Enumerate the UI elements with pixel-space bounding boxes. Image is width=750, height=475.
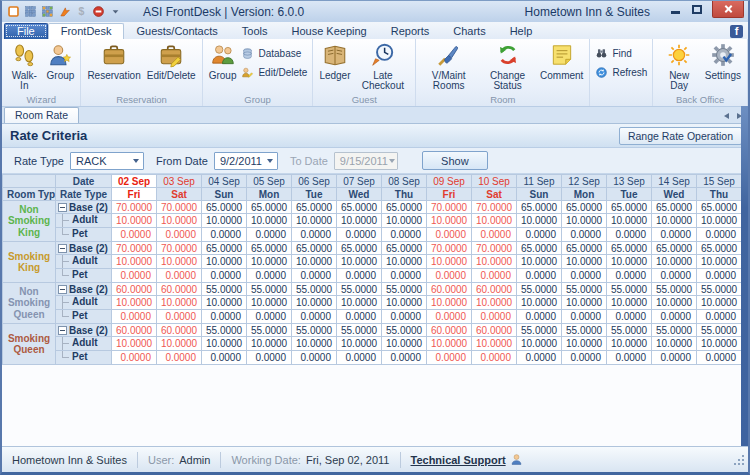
rate-value-cell[interactable]: 0.0000 bbox=[607, 228, 652, 242]
rate-value-cell[interactable]: 0.0000 bbox=[247, 310, 292, 324]
facebook-icon[interactable]: f bbox=[730, 25, 743, 38]
rate-value-cell[interactable]: 65.0000 bbox=[562, 201, 607, 214]
database-button[interactable]: Database bbox=[241, 47, 307, 60]
rate-value-cell[interactable]: 0.0000 bbox=[697, 351, 742, 365]
flame-icon[interactable] bbox=[57, 4, 72, 19]
edit-delete-button[interactable]: Edit/Delete bbox=[144, 41, 199, 82]
rate-value-cell[interactable]: 55.0000 bbox=[382, 324, 427, 337]
rate-value-cell[interactable]: 70.0000 bbox=[157, 242, 202, 255]
late-checkout-button[interactable]: Late Checkout bbox=[354, 41, 413, 93]
rate-value-cell[interactable]: 55.0000 bbox=[247, 283, 292, 296]
rate-value-cell[interactable]: 55.0000 bbox=[607, 324, 652, 337]
rate-value-cell[interactable]: 0.0000 bbox=[202, 269, 247, 283]
rate-value-cell[interactable]: 0.0000 bbox=[697, 310, 742, 324]
rate-value-cell[interactable]: 0.0000 bbox=[652, 228, 697, 242]
rate-value-cell[interactable]: 0.0000 bbox=[292, 228, 337, 242]
rate-value-cell[interactable]: 70.0000 bbox=[112, 242, 157, 255]
dollar-icon[interactable]: $ bbox=[74, 4, 89, 19]
rate-value-cell[interactable]: 10.0000 bbox=[472, 296, 517, 310]
new-day-button[interactable]: New Day bbox=[656, 41, 701, 93]
change-status-button[interactable]: Change Status bbox=[478, 41, 537, 93]
rate-value-cell[interactable]: 10.0000 bbox=[112, 255, 157, 269]
rate-value-cell[interactable]: 0.0000 bbox=[202, 310, 247, 324]
rate-value-cell[interactable]: 10.0000 bbox=[202, 337, 247, 351]
rate-value-cell[interactable]: 65.0000 bbox=[652, 201, 697, 214]
rate-value-cell[interactable]: 10.0000 bbox=[292, 214, 337, 228]
rate-value-cell[interactable]: 10.0000 bbox=[562, 337, 607, 351]
rate-value-cell[interactable]: 55.0000 bbox=[607, 283, 652, 296]
rate-value-cell[interactable]: 10.0000 bbox=[427, 255, 472, 269]
rate-value-cell[interactable]: 10.0000 bbox=[652, 337, 697, 351]
date-header[interactable]: 15 Sep bbox=[697, 175, 742, 188]
rate-value-cell[interactable]: 65.0000 bbox=[607, 201, 652, 214]
rate-value-cell[interactable]: 10.0000 bbox=[652, 296, 697, 310]
rate-value-cell[interactable]: 65.0000 bbox=[292, 201, 337, 214]
rate-value-cell[interactable]: 10.0000 bbox=[607, 214, 652, 228]
rate-value-cell[interactable]: 10.0000 bbox=[562, 296, 607, 310]
rate-value-cell[interactable]: 65.0000 bbox=[697, 201, 742, 214]
rate-value-cell[interactable]: 0.0000 bbox=[652, 351, 697, 365]
rate-value-cell[interactable]: 10.0000 bbox=[382, 255, 427, 269]
rate-value-cell[interactable]: 0.0000 bbox=[427, 351, 472, 365]
rate-value-cell[interactable]: 10.0000 bbox=[697, 296, 742, 310]
rate-value-cell[interactable]: 0.0000 bbox=[337, 228, 382, 242]
rate-value-cell[interactable]: 55.0000 bbox=[517, 283, 562, 296]
rate-value-cell[interactable]: 60.0000 bbox=[427, 283, 472, 296]
rate-value-cell[interactable]: 0.0000 bbox=[337, 310, 382, 324]
menu-tab-tools[interactable]: Tools bbox=[230, 24, 280, 39]
rate-value-cell[interactable]: 10.0000 bbox=[472, 337, 517, 351]
group-button[interactable]: Group bbox=[44, 41, 78, 82]
rate-value-cell[interactable]: 0.0000 bbox=[517, 269, 562, 283]
rate-value-cell[interactable]: 0.0000 bbox=[382, 351, 427, 365]
rate-value-cell[interactable]: 10.0000 bbox=[517, 255, 562, 269]
rate-value-cell[interactable]: 0.0000 bbox=[202, 351, 247, 365]
menu-tab-frontdesk[interactable]: FrontDesk bbox=[48, 23, 125, 39]
rate-type-cell[interactable]: Adult bbox=[56, 214, 112, 228]
date-header[interactable]: 14 Sep bbox=[652, 175, 697, 188]
rate-value-cell[interactable]: 0.0000 bbox=[337, 351, 382, 365]
rate-value-cell[interactable]: 0.0000 bbox=[652, 310, 697, 324]
rate-type-cell[interactable]: Pet bbox=[56, 351, 112, 365]
rate-value-cell[interactable]: 70.0000 bbox=[472, 201, 517, 214]
rate-value-cell[interactable]: 0.0000 bbox=[157, 269, 202, 283]
rate-value-cell[interactable]: 10.0000 bbox=[337, 296, 382, 310]
rate-value-cell[interactable]: 55.0000 bbox=[697, 324, 742, 337]
date-header[interactable]: 07 Sep bbox=[337, 175, 382, 188]
rate-value-cell[interactable]: 0.0000 bbox=[562, 310, 607, 324]
rate-value-cell[interactable]: 0.0000 bbox=[472, 351, 517, 365]
rate-value-cell[interactable]: 10.0000 bbox=[472, 214, 517, 228]
rate-value-cell[interactable]: 65.0000 bbox=[382, 242, 427, 255]
rate-value-cell[interactable]: 0.0000 bbox=[562, 269, 607, 283]
rate-value-cell[interactable]: 0.0000 bbox=[472, 269, 517, 283]
close-button[interactable] bbox=[712, 1, 744, 18]
rate-value-cell[interactable]: 10.0000 bbox=[562, 214, 607, 228]
rate-value-cell[interactable]: 10.0000 bbox=[292, 337, 337, 351]
range-rate-operation-button[interactable]: Range Rate Operation bbox=[619, 127, 742, 145]
rate-value-cell[interactable]: 0.0000 bbox=[112, 351, 157, 365]
rate-value-cell[interactable]: 55.0000 bbox=[247, 324, 292, 337]
rate-value-cell[interactable]: 0.0000 bbox=[472, 228, 517, 242]
rate-value-cell[interactable]: 60.0000 bbox=[112, 283, 157, 296]
rate-value-cell[interactable]: 60.0000 bbox=[157, 324, 202, 337]
rate-value-cell[interactable]: 55.0000 bbox=[202, 283, 247, 296]
rate-value-cell[interactable]: 0.0000 bbox=[157, 228, 202, 242]
rate-value-cell[interactable]: 0.0000 bbox=[607, 351, 652, 365]
rate-value-cell[interactable]: 60.0000 bbox=[472, 283, 517, 296]
date-header[interactable]: 13 Sep bbox=[607, 175, 652, 188]
rate-value-cell[interactable]: 0.0000 bbox=[382, 269, 427, 283]
rate-value-cell[interactable]: 10.0000 bbox=[337, 214, 382, 228]
rate-value-cell[interactable]: 0.0000 bbox=[292, 310, 337, 324]
rate-value-cell[interactable]: 10.0000 bbox=[517, 214, 562, 228]
rate-value-cell[interactable]: 0.0000 bbox=[607, 310, 652, 324]
rate-value-cell[interactable]: 65.0000 bbox=[382, 201, 427, 214]
settings-button[interactable]: Settings bbox=[702, 41, 744, 82]
rate-value-cell[interactable]: 70.0000 bbox=[112, 201, 157, 214]
rate-type-cell[interactable]: Pet bbox=[56, 310, 112, 324]
collapse-icon[interactable] bbox=[58, 203, 67, 212]
rate-value-cell[interactable]: 10.0000 bbox=[112, 214, 157, 228]
rate-value-cell[interactable]: 10.0000 bbox=[382, 296, 427, 310]
rate-value-cell[interactable]: 10.0000 bbox=[517, 296, 562, 310]
rate-type-select[interactable]: RACK bbox=[70, 152, 144, 170]
rate-value-cell[interactable]: 10.0000 bbox=[652, 255, 697, 269]
find-button[interactable]: Find bbox=[595, 47, 647, 60]
